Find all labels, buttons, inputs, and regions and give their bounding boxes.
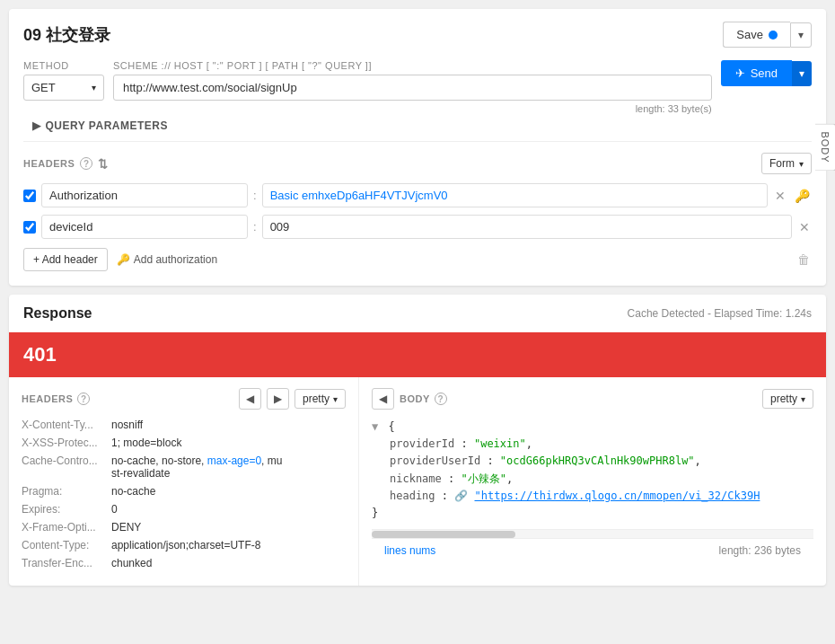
send-group: ✈ Send ▾	[721, 60, 812, 88]
headers-pretty-label: pretty	[303, 393, 330, 405]
response-meta: Cache Detected - Elapsed Time: 1.24s	[628, 307, 812, 320]
response-header-item-5: X-Frame-Opti... DENY	[22, 521, 346, 534]
json-comma-1: ,	[526, 437, 532, 450]
json-val-heading[interactable]: "https://thirdwx.qlogo.cn/mmopen/vi_32/C…	[475, 490, 760, 502]
save-group: Save ▾	[723, 22, 812, 48]
page-title: 09 社交登录	[23, 24, 110, 46]
headers-sort-icon[interactable]: ⇅	[98, 157, 109, 171]
header-key-5: X-Frame-Opti...	[22, 521, 111, 534]
header-val-3: no-cache	[111, 485, 346, 498]
response-panel: Response Cache Detected - Elapsed Time: …	[9, 295, 826, 586]
header-val-6: application/json;charset=UTF-8	[111, 539, 346, 551]
json-key-providerId: providerId	[390, 437, 454, 450]
json-colon-1: :	[461, 437, 473, 450]
response-headers-header: HEADERS ? ◀ ▶ pretty ▾	[22, 388, 346, 410]
header-value-deviceid[interactable]	[262, 215, 792, 239]
footer-actions: + Add header 🔑 Add authorization 🗑	[23, 248, 812, 271]
json-line-providerId: providerId : "weixin",	[372, 436, 813, 453]
response-body-info-icon[interactable]: ?	[435, 393, 447, 405]
headers-label-text: HEADERS	[22, 393, 73, 404]
send-dropdown-button[interactable]: ▾	[792, 61, 812, 86]
send-button[interactable]: ✈ Send	[721, 60, 792, 86]
response-header-item-0: X-Content-Ty... nosniff	[22, 419, 346, 431]
form-dropdown[interactable]: Form ▾	[761, 153, 812, 174]
response-header-item-4: Expires: 0	[22, 503, 346, 516]
header-key-1: X-XSS-Protec...	[22, 437, 111, 449]
header-row-deviceid: : ✕	[23, 215, 812, 239]
body-pretty-label: pretty	[770, 393, 797, 405]
header-val-4: 0	[111, 503, 346, 516]
collapse-icon[interactable]: ▼	[372, 420, 378, 433]
json-val-providerUserId: "ocdG66pkHRQ3vCAlnHk90wPHR8lw"	[500, 454, 695, 467]
header-checkbox-authorization[interactable]	[23, 190, 36, 202]
lines-nums-label[interactable]: lines nums	[384, 544, 435, 557]
query-params-row: ▶ QUERY PARAMETERS	[23, 119, 812, 132]
headers-pretty-chevron-icon: ▾	[333, 394, 338, 404]
panel-footer: lines nums length: 236 bytes	[372, 538, 813, 562]
header-key-4: Expires:	[22, 503, 111, 516]
headers-pretty-dropdown[interactable]: pretty ▾	[294, 389, 346, 409]
request-row: METHOD GET ▾ SCHEME :// HOST [ ":" PORT …	[23, 60, 812, 114]
url-group: SCHEME :// HOST [ ":" PORT ] [ PATH [ "?…	[113, 60, 712, 114]
header-key-authorization[interactable]	[41, 183, 248, 207]
footer-left: + Add header 🔑 Add authorization	[23, 248, 217, 271]
response-header-item-7: Transfer-Enc... chunked	[22, 557, 346, 569]
headers-section: HEADERS ? ⇅ Form ▾ : ✕ 🔑	[23, 141, 812, 271]
header-actions-authorization: ✕ 🔑	[773, 187, 812, 205]
scrollbar-area[interactable]	[372, 529, 813, 538]
header-key-6: Content-Type:	[22, 539, 111, 551]
headers-info-icon[interactable]: ?	[80, 157, 92, 170]
status-code: 401	[23, 343, 57, 366]
delete-all-headers-button[interactable]: 🗑	[795, 251, 812, 269]
response-body: HEADERS ? ◀ ▶ pretty ▾ X-Content-Ty... n…	[9, 377, 826, 586]
body-tab[interactable]: BODY	[815, 123, 835, 171]
body-label-text: BODY	[400, 393, 430, 404]
json-key-providerUserId: providerUserId	[390, 454, 480, 467]
add-authorization-button[interactable]: 🔑 Add authorization	[117, 253, 217, 266]
response-body-label: BODY ?	[400, 393, 447, 405]
headers-label: HEADERS ? ⇅	[23, 157, 109, 171]
header-actions-deviceid: ✕	[797, 218, 812, 236]
json-val-providerId: "weixin"	[474, 437, 526, 450]
query-params-toggle[interactable]: ▶ QUERY PARAMETERS	[32, 119, 812, 132]
header-delete-deviceid[interactable]: ✕	[797, 218, 812, 236]
add-auth-label: Add authorization	[134, 253, 217, 266]
response-headers-label: HEADERS ?	[22, 393, 90, 405]
response-body-panel: ◀ BODY ? pretty ▾ ▼ { providerId	[359, 377, 826, 586]
headers-text: HEADERS	[23, 158, 75, 169]
header-val-0: nosniff	[111, 419, 346, 431]
form-label: Form	[769, 157, 795, 170]
json-val-nickname: "小辣条"	[461, 472, 505, 485]
header-checkbox-deviceid[interactable]	[23, 221, 36, 234]
json-key-heading: heading	[390, 490, 435, 502]
response-header-item-6: Content-Type: application/json;charset=U…	[22, 539, 346, 551]
body-pretty-chevron-icon: ▾	[801, 394, 805, 404]
json-viewer: ▼ { providerId : "weixin", providerUserI…	[372, 419, 813, 522]
response-body-header: ◀ BODY ? pretty ▾	[372, 388, 813, 410]
header-key-deviceid[interactable]	[41, 215, 248, 239]
json-line-heading: heading : 🔗 "https://thirdwx.qlogo.cn/mm…	[372, 488, 813, 505]
header-key-3: Pragma:	[22, 485, 111, 498]
status-bar: 401	[9, 332, 826, 377]
method-select[interactable]: GET ▾	[23, 75, 104, 101]
json-colon-2: :	[487, 454, 499, 467]
header-value-authorization[interactable]	[262, 183, 768, 207]
url-input[interactable]	[113, 75, 712, 101]
save-button[interactable]: Save	[723, 22, 790, 48]
headers-arrow-left-button[interactable]: ◀	[239, 388, 261, 410]
response-header-item-1: X-XSS-Protec... 1; mode=block	[22, 437, 346, 449]
json-colon-3: :	[448, 472, 461, 485]
header-key-icon-authorization[interactable]: 🔑	[793, 187, 812, 205]
headers-arrow-right-button[interactable]: ▶	[267, 388, 289, 410]
json-line-nickname: nickname : "小辣条",	[372, 471, 813, 488]
header-delete-authorization[interactable]: ✕	[773, 187, 787, 205]
save-dropdown-button[interactable]: ▾	[790, 22, 812, 48]
body-tab-label: BODY	[820, 131, 831, 163]
json-colon-4: :	[442, 490, 454, 502]
body-pretty-dropdown[interactable]: pretty ▾	[762, 389, 813, 409]
add-header-button[interactable]: + Add header	[23, 248, 108, 271]
send-label: Send	[751, 66, 778, 80]
body-arrow-left-button[interactable]: ◀	[372, 388, 394, 410]
response-headers-info-icon[interactable]: ?	[77, 393, 90, 405]
query-params-label: QUERY PARAMETERS	[46, 119, 168, 132]
